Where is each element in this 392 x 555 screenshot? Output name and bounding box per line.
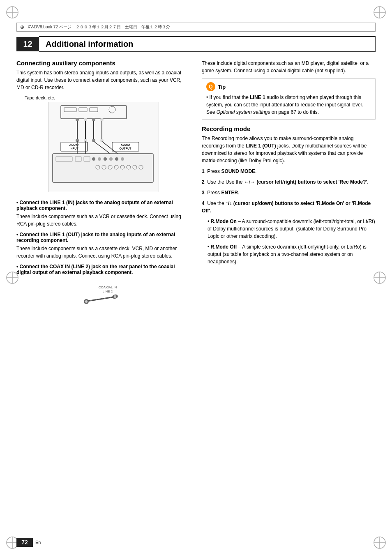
step1: 1 Press SOUND MODE. xyxy=(202,168,376,175)
svg-text:OUTPUT: OUTPUT xyxy=(119,147,131,150)
bullet2-heading: • Connect the LINE 1 (OUT) jacks to the … xyxy=(16,232,190,243)
bullet1-section: • Connect the LINE 1 (IN) jacks to the a… xyxy=(16,200,190,228)
chapter-number: 12 xyxy=(16,37,39,51)
svg-point-28 xyxy=(84,118,87,121)
bullet-dot-1: • xyxy=(16,200,20,205)
svg-rect-19 xyxy=(64,108,76,112)
bullet3-section: • Connect the COAX IN (LINE 2) jack on t… xyxy=(16,264,190,275)
audio-connection-diagram: AUDIO INPUT AUDIO OUTPUT xyxy=(48,102,159,192)
svg-rect-21 xyxy=(90,108,98,112)
chapter-band: 12 Additional information xyxy=(16,36,376,52)
section2-heading: Recording mode xyxy=(202,125,376,132)
step3: 3 Press ENTER. xyxy=(202,189,376,196)
corner-mark-tl xyxy=(4,4,21,21)
tip-box: Q Tip • If you find that the LINE 1 audi… xyxy=(202,78,376,120)
header-bar: ⊕ XV-DV8.book 72 ページ ２００３年１２月２７日 土曜日 午後１… xyxy=(16,23,376,32)
svg-text:LINE 2: LINE 2 xyxy=(102,290,113,293)
page-number: 72 xyxy=(16,538,33,547)
diagram-area: Tape deck, etc. xyxy=(16,95,190,196)
language-label: En xyxy=(35,540,41,545)
bullet1-body: These include components such as a VCR o… xyxy=(16,213,190,228)
svg-point-48 xyxy=(109,157,113,161)
crosshair-icon: ⊕ xyxy=(20,24,24,30)
step2: 2 Use the Use the ←/→ (cursor left/right… xyxy=(202,178,376,186)
corner-mark-tr xyxy=(371,4,388,21)
svg-point-30 xyxy=(100,118,104,121)
svg-text:AUDIO: AUDIO xyxy=(120,143,130,146)
tip-text: • If you find that the LINE 1 audio is d… xyxy=(206,94,371,116)
svg-text:Q: Q xyxy=(209,84,212,90)
svg-point-47 xyxy=(104,157,107,161)
bullet2-body: These include components such as a casse… xyxy=(16,245,190,260)
bullet-dot-3: • xyxy=(16,264,20,269)
page-footer: 72 En xyxy=(16,538,41,547)
corner-mark-br xyxy=(371,534,388,551)
svg-rect-41 xyxy=(53,154,153,182)
right-column: These include digital components such as… xyxy=(202,60,376,530)
svg-point-22 xyxy=(109,106,115,113)
svg-point-45 xyxy=(92,157,95,161)
tip-label: Tip xyxy=(218,84,226,90)
section1-heading: Connecting auxiliary components xyxy=(16,60,190,67)
svg-rect-20 xyxy=(79,108,87,112)
svg-point-29 xyxy=(92,118,95,121)
svg-point-50 xyxy=(121,157,124,161)
right-intro: These include digital components such as… xyxy=(202,60,376,74)
bullet-dot-2: • xyxy=(16,232,20,237)
svg-point-46 xyxy=(98,157,101,161)
bullet2-section: • Connect the LINE 1 (OUT) jacks to the … xyxy=(16,232,190,260)
coax-diagram-area: COAXIAL IN LINE 2 xyxy=(16,279,190,315)
diagram-label: Tape deck, etc. xyxy=(25,95,55,100)
content-area: Connecting auxiliary components This sys… xyxy=(16,60,376,530)
svg-line-61 xyxy=(94,141,110,154)
step4: 4 Use the ↑/↓ (cursor up/down) buttons t… xyxy=(202,200,376,214)
tip-header: Q Tip xyxy=(206,82,371,91)
svg-text:COAXIAL IN: COAXIAL IN xyxy=(98,286,117,289)
rmode-on-bullet: • R.Mode On – A surround-compatible down… xyxy=(202,218,376,240)
coax-cable-diagram: COAXIAL IN LINE 2 xyxy=(79,283,128,311)
chapter-title: Additional information xyxy=(39,36,376,52)
section1-intro: This system has both stereo analog input… xyxy=(16,69,190,91)
section2-intro: The Recording mode allows you to make su… xyxy=(202,135,376,164)
left-column: Connecting auxiliary components This sys… xyxy=(16,60,190,530)
bullet3-heading: • Connect the COAX IN (LINE 2) jack on t… xyxy=(16,264,190,275)
tip-icon: Q xyxy=(206,82,215,91)
svg-point-68 xyxy=(85,300,88,303)
bullet1-heading: • Connect the LINE 1 (IN) jacks to the a… xyxy=(16,200,190,211)
svg-point-49 xyxy=(115,157,118,161)
svg-point-27 xyxy=(76,118,79,121)
rmode-off-bullet: • R.Mode Off – A simple stereo downmix (… xyxy=(202,243,376,265)
file-info-text: XV-DV8.book 72 ページ ２００３年１２月２７日 土曜日 午後１２時… xyxy=(28,24,170,30)
